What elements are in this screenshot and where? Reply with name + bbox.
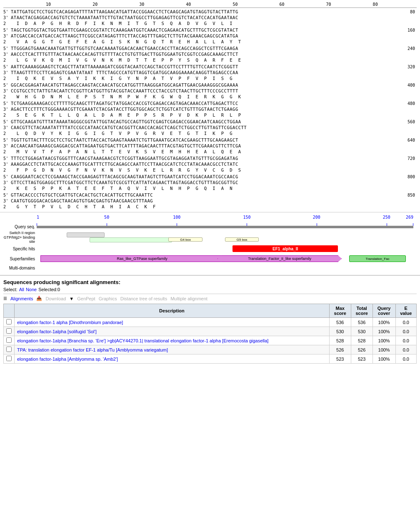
seq-row-5-3: 5' TTGGGAGTGAAACAAATGATTGTTGGTGTCAACAAAA… [3, 45, 417, 51]
seq-block-720: 5' TTTCCTGGAGATAACGTGGGTTTCAACGTAAAGAACG… [3, 155, 417, 173]
seq-data-5-1: TATTGATGCTCCTGGTCACAGAGATTTTATTAAGAACATG… [11, 9, 400, 15]
switch2-label-text: Switch II region [3, 231, 35, 235]
seq-block-480: 5' TCTGAAGGAAAGACCCTTTTTGCAAGCTTTAGATGCT… [3, 100, 417, 118]
result-link-2[interactable]: elongation factor-1alpha [Branchia sp. '… [17, 338, 268, 343]
graphics-btn[interactable]: Graphics [99, 296, 117, 301]
gtp-region[interactable] [90, 237, 172, 242]
specific-hits-label: Specific hits [3, 247, 37, 251]
genpept-btn[interactable]: GenPept [77, 296, 95, 301]
download-btn[interactable]: Download [45, 296, 66, 301]
seq-row-3-5: 3' CCGTGCCTCTATTGTACAATCTCGGTTCATGGTTGTA… [3, 88, 417, 94]
seq-label-5-10: 5' [3, 174, 11, 180]
ef1-alpha-hit[interactable]: EF1_alpha_II [232, 245, 338, 252]
toolbar-sep-1: 📥 [36, 296, 42, 301]
multiple-alignment-btn[interactable]: Multiple alignment [170, 296, 208, 301]
results-section: Sequences producing significant alignmen… [0, 276, 420, 367]
switch2-region[interactable] [67, 232, 104, 237]
row-e_value-2: 0.0 [395, 336, 416, 345]
seq-data-3-2: ATCGACCACCATGACCACTTAAGCTTCGGCCATAGAGTTT… [11, 33, 400, 39]
seq-label-5-7: 5' [3, 119, 11, 125]
ras-gTPase-superfamily[interactable]: Ras_like_GTPase superfamily [40, 255, 244, 262]
seq-label-3-3: 3' [3, 52, 11, 57]
result-link-3[interactable]: TPA: translation elongation factor EF-1 … [17, 347, 168, 352]
seq-num-720: 720 [400, 156, 417, 162]
domain-ruler-num-269: 269 [406, 215, 413, 220]
row-total_score-0: 536 [351, 318, 372, 327]
seq-row-aa-6: 2 S E G K T L L Q A L D A M E P P S R P … [3, 112, 417, 118]
table-row: elongation factor-1alpha [solifugid 'Sol… [4, 327, 417, 336]
result-link-1[interactable]: elongation factor-1alpha [solifugid 'Sol… [17, 329, 97, 334]
select-label: Select: [3, 287, 18, 292]
seq-row-5-10: 5' CAAGGAATCACCTCCGAAAGCTACCGAAGAGTTTACA… [3, 174, 417, 180]
alignments-icon: ☰ [3, 296, 7, 301]
translation-fac-partial[interactable]: Translation_Fac [349, 255, 406, 262]
row-max_score-3: 526 [329, 345, 351, 354]
row-checkbox-0[interactable] [6, 319, 12, 324]
seq-label-3-7: 3' [3, 125, 11, 131]
seq-data-5-5: GGCACGGAGATAACATGTTAGAGCCAAGTACCAACATGCC… [11, 82, 400, 88]
row-e_value-1: 0.0 [395, 327, 416, 336]
g4-region[interactable]: G4 box [168, 237, 202, 242]
seq-label-5-8: 5' [3, 137, 11, 143]
seq-label-5-3: 5' [3, 46, 11, 52]
seq-row-5-7: 5' GTTGCAAGATGTTTATAAAATAGGGCGGTATTGGTAC… [3, 119, 417, 125]
selected-count: Selected:0 [38, 287, 60, 292]
row-checkbox-4[interactable] [6, 356, 12, 361]
domain-ruler-num-150: 150 [243, 215, 250, 220]
seq-num-400: 400 [400, 82, 417, 88]
seq-label-3-6: 3' [3, 107, 11, 112]
result-link-0[interactable]: elongation factor-1 alpha [Dinothrombium… [17, 320, 123, 325]
select-all-link[interactable]: All [19, 287, 24, 292]
seq-row-5-1: 5' TATTGATGCTCCTGGTCACAGAGATTTTATTAAGAAC… [3, 9, 417, 15]
row-max_score-0: 536 [329, 318, 351, 327]
alignments-btn[interactable]: Alignments [10, 296, 33, 301]
col-e-value: Evalue [395, 304, 416, 318]
select-none-link[interactable]: None [26, 287, 37, 292]
table-row: TPA: translation elongation factor EF-1 … [4, 345, 417, 354]
tick-100 [177, 223, 177, 226]
seq-data-5-7: GTTGCAAGATGTTTATAAAATAGGGCGGTATTGGTACAGT… [11, 119, 400, 125]
seq-data-3-11: CAATGTGGGGACACGAGCTAACAGTGTGACGAGTGTAACG… [11, 198, 400, 204]
seq-row-3-1: 3' ATAACTACGAGGACCAGTGTCTCTAAAATAATTCTTG… [3, 15, 417, 20]
region-content: G4 box G5 box [37, 232, 413, 243]
seq-num-640: 640 [400, 137, 417, 143]
g5-region[interactable]: G5 box [225, 237, 259, 242]
seq-num-560: 560 [400, 119, 417, 125]
seq-row-aa-8: 2 M V V T F A P A N L T T E V K S V E M … [3, 149, 417, 155]
ruler-row: 10 20 30 40 50 60 70 80 [3, 2, 417, 7]
seq-data-5-9: TTTCCTGGAGATAACGTGGGTTTCAACGTAAAGAACGTCT… [11, 155, 400, 161]
row-e_value-4: 0.0 [395, 354, 416, 364]
multi-domains-label: Multi-domains [3, 266, 37, 270]
seq-row-aa-10: 2 K E S P P K A T E E F T A Q V I V L N … [3, 185, 417, 191]
seq-row-5-6: 5' TCTGAAGGAAAGACCCTTTTTGCAAGCTTTAGATGCT… [3, 100, 417, 106]
seq-data-aa-3: L G V K Q M I V G V N K M D T T E P P Y … [11, 57, 400, 63]
row-checkbox-2[interactable] [6, 337, 12, 343]
seq-label-3: 3' [3, 15, 11, 21]
seq-data-3-9: AAAGGACCTCTATTGCACCCAAAGTTGCATTTCTTGCAGA… [11, 161, 400, 167]
seq-data-5-2: TAGCTGGTGGTACTGGTGAATTCGAAGCCGGTATCTCAAA… [11, 27, 400, 33]
domain-ruler-num-50: 50 [104, 215, 109, 220]
seq-label-aa-9: 2 [3, 167, 11, 173]
distance-tree-btn[interactable]: Distance tree of results [120, 296, 168, 301]
seq-row-aa-1: 2 I D A P G H R D F I K N M I T G T S Q … [3, 20, 417, 26]
seq-row-3-4: 3' TTAAGTTTTCCTTCAGAGTCGAATATAAT TTTCTAG… [3, 70, 417, 75]
ruler-mark-30: 30 [139, 2, 144, 7]
result-link-4[interactable]: elongation factor-1alpha [Amblyomma sp. … [17, 357, 118, 362]
seq-data-3-10: GTTCCTTAGTGGAGGCTTTCGATGGCTTCTCAAATGTCGC… [11, 180, 400, 185]
seq-label-aa-5: 2 [3, 94, 11, 100]
seq-label-aa-10: 2 [3, 186, 11, 192]
seq-label-5-11: 5' [3, 192, 11, 198]
seq-label-aa-2: 2 [3, 39, 11, 45]
seq-num-800: 800 [400, 174, 417, 180]
table-header-row: Description Maxscore Totalscore Querycov… [4, 304, 417, 318]
seq-data-5-4: AATTCAAAAGGAAGTCTCAGCTTATATTAAAAAGATCGGG… [11, 64, 400, 70]
multi-domains-row: Multi-domains [3, 264, 417, 272]
domain-ruler-num-100: 100 [173, 215, 180, 220]
seq-data-3-8: ACCAACAATGAAAGCGAGGACGCATTAGAATGGTGACTTC… [11, 143, 400, 149]
translation-factor-superfamily[interactable]: Translation_Factor_II_like superfamily [218, 255, 342, 262]
seq-label-3-4: 3' [3, 70, 11, 76]
seq-row-3-9: 3' AAAGGACCTCTATTGCACCCAAAGTTGCATTTCTTGC… [3, 161, 417, 167]
row-checkbox-1[interactable] [6, 328, 12, 334]
seq-num-850: 850 [400, 192, 417, 198]
row-checkbox-3[interactable] [6, 347, 12, 352]
